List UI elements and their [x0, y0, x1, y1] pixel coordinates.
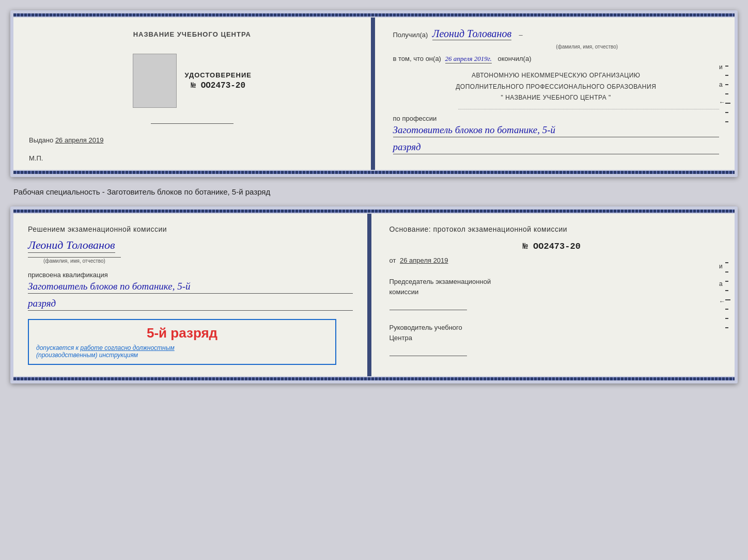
- profession-label: по профессии: [393, 115, 720, 122]
- qualification-label: присвоена квалификация: [28, 271, 353, 279]
- recipient-name: Леонид Толованов: [432, 28, 511, 40]
- head-label2: Центра: [389, 334, 412, 342]
- qualification-value: Заготовитель блоков по ботанике, 5-й: [28, 281, 353, 294]
- head-sig-line: [389, 346, 467, 356]
- bottom-document: Решением экзаменационной комиссии Леонид…: [10, 206, 738, 383]
- decision-title: Решением экзаменационной комиссии: [28, 225, 353, 233]
- side-marks-bottom: [725, 214, 730, 376]
- fio-label-top: (фамилия, имя, отчество): [455, 44, 720, 50]
- issued-label: Выдано: [29, 136, 53, 144]
- top-doc-right: и а ← Получил(а) Леонид Толованов – (фам…: [375, 18, 735, 170]
- dash1: –: [519, 31, 523, 39]
- right-letters-bottom: и а ←: [719, 263, 725, 305]
- page-wrapper: НАЗВАНИЕ УЧЕБНОГО ЦЕНТРА УДОСТОВЕРЕНИЕ №…: [10, 10, 738, 383]
- protocol-number: № OO2473-20: [389, 242, 714, 251]
- person-name: Леонид Толованов: [28, 238, 115, 253]
- bottom-doc-left: Решением экзаменационной комиссии Леонид…: [13, 214, 371, 376]
- chairman-sig-line: [389, 300, 467, 310]
- right-letters: и а ←: [719, 63, 725, 106]
- head-label: Руководитель учебного: [389, 324, 462, 331]
- cert-number: № OO2473-20: [191, 81, 245, 90]
- issued-date: 26 апреля 2019: [55, 136, 104, 144]
- bottom-doc-right: и а ← Основание: протокол экзаменационно…: [371, 214, 735, 376]
- completed-suffix: окончил(а): [498, 55, 532, 62]
- mp-label: М.П.: [29, 154, 43, 162]
- side-marks: [725, 18, 730, 170]
- from-date: 26 апреля 2019: [400, 257, 448, 264]
- completed-date: 26 апреля 2019г.: [445, 55, 492, 63]
- razryad-value-top: разряд: [393, 141, 720, 154]
- profession-value: Заготовитель блоков по ботанике, 5-й: [393, 124, 720, 137]
- stamp-instructions: (производственным) инструкциям: [36, 351, 328, 359]
- stamp-box: 5-й разряд допускается к работе согласно…: [28, 319, 336, 365]
- stamp-grade: 5-й разряд: [36, 325, 328, 341]
- chairman-label: Председатель экзаменационной: [389, 278, 491, 285]
- from-label: от: [389, 257, 396, 264]
- cert-label: УДОСТОВЕРЕНИЕ: [185, 71, 252, 79]
- top-doc-left: НАЗВАНИЕ УЧЕБНОГО ЦЕНТРА УДОСТОВЕРЕНИЕ №…: [13, 18, 375, 170]
- org-line1: АВТОНОМНУЮ НЕКОММЕРЧЕСКУЮ ОРГАНИЗАЦИЮ: [393, 70, 720, 82]
- top-document: НАЗВАНИЕ УЧЕБНОГО ЦЕНТРА УДОСТОВЕРЕНИЕ №…: [10, 10, 738, 177]
- recipient-prefix: Получил(а): [393, 31, 428, 39]
- training-center-title: НАЗВАНИЕ УЧЕБНОГО ЦЕНТРА: [133, 30, 251, 38]
- completed-prefix: в том, что он(а): [393, 55, 441, 62]
- org-line2: ДОПОЛНИТЕЛЬНОГО ПРОФЕССИОНАЛЬНОГО ОБРАЗО…: [393, 82, 720, 93]
- fio-label-bottom: (фамилия, имя, отчество): [28, 257, 121, 264]
- basis-title: Основание: протокол экзаменационной коми…: [389, 225, 714, 233]
- org-line3: " НАЗВАНИЕ УЧЕБНОГО ЦЕНТРА ": [393, 92, 720, 104]
- stamp-allowed: допускается к: [36, 344, 79, 351]
- stamp-work: работе согласно должностным: [80, 344, 174, 351]
- photo-placeholder: [133, 54, 177, 108]
- description-line: Рабочая специальность - Заготовитель бло…: [10, 186, 738, 197]
- chairman-label2: комиссии: [389, 288, 419, 296]
- razryad-bottom: разряд: [28, 298, 353, 311]
